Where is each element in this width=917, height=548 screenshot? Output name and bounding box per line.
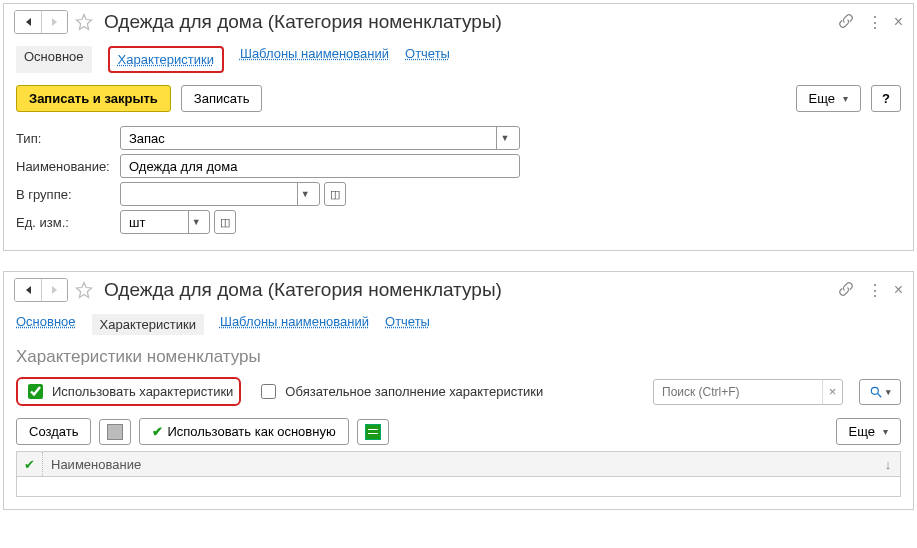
nav-buttons	[14, 10, 68, 34]
save-and-close-button[interactable]: Записать и закрыть	[16, 85, 171, 112]
titlebar: Одежда для дома (Категория номенклатуры)…	[4, 4, 913, 40]
col-name-header[interactable]: Наименование	[43, 457, 876, 472]
uom-label: Ед. изм.:	[16, 215, 120, 230]
nav-forward-button-2[interactable]	[41, 279, 67, 301]
window-title-2: Одежда для дома (Категория номенклатуры)	[104, 279, 831, 301]
tab-name-templates[interactable]: Шаблоны наименований	[240, 46, 389, 73]
tab-reports-2[interactable]: Отчеты	[385, 314, 430, 335]
uom-dropdown-icon[interactable]: ▼	[188, 210, 203, 234]
more-button[interactable]: Еще	[796, 85, 861, 112]
tabs-2: Основное Характеристики Шаблоны наименов…	[4, 308, 913, 343]
nav-back-button[interactable]	[15, 11, 41, 33]
nav-buttons-2	[14, 278, 68, 302]
mandatory-checkbox[interactable]: Обязательное заполнение характеристики	[257, 381, 543, 402]
form: Тип: ▼ Наименование: В группе: ▼ ◫ Ед. и…	[4, 126, 913, 250]
kebab-menu-icon-2[interactable]: ⋮	[867, 281, 882, 300]
tab-reports[interactable]: Отчеты	[405, 46, 450, 73]
tab-main-2[interactable]: Основное	[16, 314, 76, 335]
use-characteristics-highlight: Использовать характеристики	[16, 377, 241, 406]
name-label: Наименование:	[16, 159, 120, 174]
link-icon[interactable]	[837, 12, 855, 33]
kebab-menu-icon[interactable]: ⋮	[867, 13, 882, 32]
use-characteristics-input[interactable]	[28, 384, 43, 399]
copy-button[interactable]	[99, 419, 131, 445]
mandatory-label: Обязательное заполнение характеристики	[285, 384, 543, 399]
svg-point-0	[871, 387, 878, 394]
name-input[interactable]	[120, 154, 520, 178]
group-dropdown-icon[interactable]: ▼	[297, 182, 313, 206]
nav-back-button-2[interactable]	[15, 279, 41, 301]
type-value[interactable]	[127, 130, 496, 147]
search-input[interactable]: ×	[653, 379, 843, 405]
use-characteristics-checkbox[interactable]: Использовать характеристики	[24, 381, 233, 402]
favorite-star-icon[interactable]	[74, 12, 94, 32]
type-select[interactable]: ▼	[120, 126, 520, 150]
spreadsheet-button[interactable]	[357, 419, 389, 445]
close-icon-2[interactable]: ×	[894, 281, 903, 299]
use-as-main-button[interactable]: ✔ Использовать как основную	[139, 418, 348, 445]
spreadsheet-icon	[365, 424, 381, 440]
table-header: ✔ Наименование ↓	[16, 451, 901, 477]
uom-select[interactable]: ▼	[120, 210, 210, 234]
help-button[interactable]: ?	[871, 85, 901, 112]
list-more-button[interactable]: Еще	[836, 418, 901, 445]
command-bar: Записать и закрыть Записать Еще ?	[4, 81, 913, 122]
tab-characteristics[interactable]: Характеристики	[108, 46, 224, 73]
use-characteristics-label: Использовать характеристики	[52, 384, 233, 399]
tab-characteristics-2[interactable]: Характеристики	[92, 314, 204, 335]
nav-forward-button[interactable]	[41, 11, 67, 33]
create-button[interactable]: Создать	[16, 418, 91, 445]
tab-main[interactable]: Основное	[16, 46, 92, 73]
window-category-characteristics: Одежда для дома (Категория номенклатуры)…	[3, 271, 914, 510]
uom-open-button[interactable]: ◫	[214, 210, 236, 234]
section-title: Характеристики номенклатуры	[4, 343, 913, 371]
close-icon[interactable]: ×	[894, 13, 903, 31]
copy-icon	[107, 424, 123, 440]
uom-value[interactable]	[127, 214, 188, 231]
tabs: Основное Характеристики Шаблоны наименов…	[4, 40, 913, 81]
favorite-star-icon-2[interactable]	[74, 280, 94, 300]
use-as-main-label: Использовать как основную	[167, 424, 335, 439]
table-body[interactable]	[16, 477, 901, 497]
group-open-button[interactable]: ◫	[324, 182, 346, 206]
search-field[interactable]	[660, 384, 822, 400]
group-label: В группе:	[16, 187, 120, 202]
save-button[interactable]: Записать	[181, 85, 263, 112]
options-row: Использовать характеристики Обязательное…	[4, 371, 913, 412]
search-magnifier-button[interactable]	[859, 379, 901, 405]
svg-line-1	[878, 393, 882, 397]
group-select[interactable]: ▼	[120, 182, 320, 206]
type-dropdown-icon[interactable]: ▼	[496, 126, 513, 150]
link-icon-2[interactable]	[837, 280, 855, 301]
col-check-header[interactable]: ✔	[17, 452, 43, 476]
window-category-main: Одежда для дома (Категория номенклатуры)…	[3, 3, 914, 251]
titlebar-2: Одежда для дома (Категория номенклатуры)…	[4, 272, 913, 308]
tab-name-templates-2[interactable]: Шаблоны наименований	[220, 314, 369, 335]
list-command-bar: Создать ✔ Использовать как основную Еще	[4, 412, 913, 451]
search-clear-icon[interactable]: ×	[822, 380, 842, 404]
group-value[interactable]	[127, 186, 297, 203]
window-title: Одежда для дома (Категория номенклатуры)	[104, 11, 831, 33]
check-icon: ✔	[152, 424, 163, 439]
type-label: Тип:	[16, 131, 120, 146]
name-value[interactable]	[127, 158, 513, 175]
mandatory-input[interactable]	[261, 384, 276, 399]
sort-indicator-icon[interactable]: ↓	[876, 457, 900, 472]
